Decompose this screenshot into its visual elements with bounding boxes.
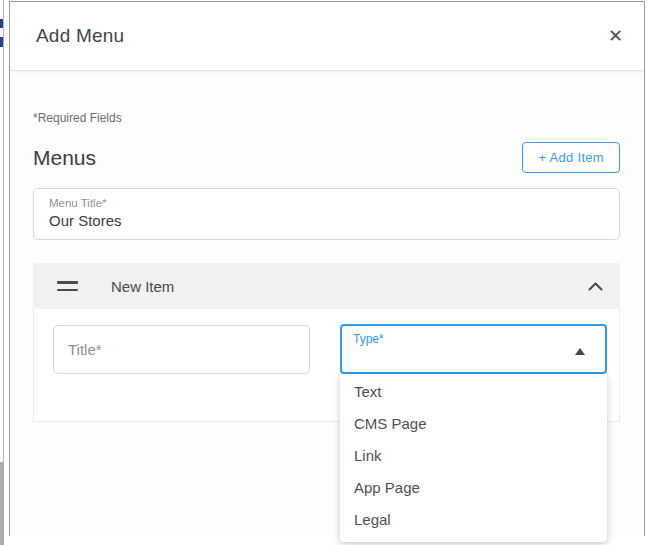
caret-up-icon: [575, 348, 585, 355]
background-link-fragment: [0, 19, 3, 28]
menu-title-input[interactable]: [49, 212, 604, 229]
type-option[interactable]: Legal: [340, 504, 607, 536]
modal-body: *Required Fields Menus + Add Item Menu T…: [10, 71, 644, 536]
new-item-header[interactable]: New Item: [33, 263, 620, 309]
background-scrollbar-fragment: [0, 462, 4, 545]
modal-title: Add Menu: [36, 25, 124, 47]
type-select-label: Type*: [353, 332, 384, 346]
close-icon[interactable]: ✕: [602, 23, 629, 49]
type-option[interactable]: App Page: [340, 472, 607, 504]
menu-title-field[interactable]: Menu Title*: [33, 188, 620, 240]
item-title-input[interactable]: [53, 325, 310, 374]
type-option[interactable]: Link: [340, 440, 607, 472]
drag-handle-icon[interactable]: [57, 281, 78, 291]
type-select[interactable]: Type*: [340, 324, 607, 374]
required-fields-note: *Required Fields: [33, 111, 620, 125]
page-background: Add Menu ✕ *Required Fields Menus + Add …: [0, 0, 652, 545]
type-option[interactable]: CMS Page: [340, 408, 607, 440]
modal-header: Add Menu ✕: [10, 2, 644, 71]
background-link-fragment: [0, 37, 3, 47]
section-title: Menus: [33, 146, 96, 170]
type-options-dropdown: TextCMS PageLinkApp PageLegal: [340, 374, 607, 542]
chevron-up-icon[interactable]: [588, 282, 603, 291]
new-item-accordion: New Item Type* TextCMS PageLinkApp PageL…: [33, 263, 620, 422]
menus-section-header: Menus + Add Item: [33, 142, 620, 173]
menu-title-label: Menu Title*: [49, 197, 604, 209]
add-item-button[interactable]: + Add Item: [522, 142, 620, 173]
type-option[interactable]: Text: [340, 376, 607, 408]
new-item-title: New Item: [111, 278, 174, 295]
add-menu-modal: Add Menu ✕ *Required Fields Menus + Add …: [9, 1, 645, 536]
new-item-body: Type* TextCMS PageLinkApp PageLegal: [33, 309, 620, 422]
